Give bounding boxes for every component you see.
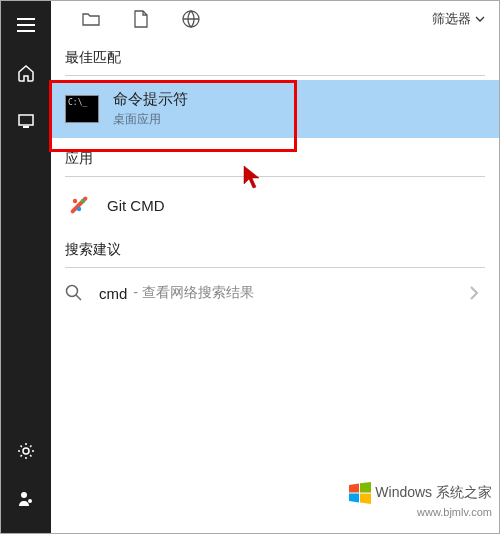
user-button[interactable] xyxy=(1,475,51,523)
search-icon xyxy=(65,284,85,302)
svg-point-10 xyxy=(67,286,78,297)
svg-rect-0 xyxy=(19,115,33,125)
settings-button[interactable] xyxy=(1,427,51,475)
sidebar xyxy=(1,1,51,533)
divider xyxy=(65,75,485,76)
folder-icon[interactable] xyxy=(81,9,101,29)
document-icon[interactable] xyxy=(131,9,151,29)
svg-point-7 xyxy=(73,199,77,203)
watermark: Windows 系统之家 www.bjmlv.com xyxy=(349,482,492,518)
svg-point-3 xyxy=(21,492,27,498)
annotation-cursor xyxy=(242,164,262,190)
result-git-cmd[interactable]: Git CMD xyxy=(51,181,499,229)
svg-point-2 xyxy=(23,448,29,454)
home-button[interactable] xyxy=(1,49,51,97)
cmd-prompt-icon xyxy=(65,95,99,123)
screen-button[interactable] xyxy=(1,97,51,145)
filter-label: 筛选器 xyxy=(432,10,471,28)
top-icon-row: 筛选器 xyxy=(51,1,499,37)
filter-dropdown[interactable]: 筛选器 xyxy=(432,10,485,28)
svg-rect-6 xyxy=(70,196,88,214)
chevron-down-icon xyxy=(475,16,485,22)
suggestion-query: cmd xyxy=(99,285,127,302)
git-icon xyxy=(65,191,93,219)
section-apps: 应用 xyxy=(51,138,499,176)
svg-point-9 xyxy=(77,207,81,211)
globe-icon[interactable] xyxy=(181,9,201,29)
section-suggestions: 搜索建议 xyxy=(51,229,499,267)
menu-button[interactable] xyxy=(1,1,51,49)
svg-point-4 xyxy=(28,499,32,503)
start-menu-search: 筛选器 最佳匹配 命令提示符 桌面应用 应用 xyxy=(0,0,500,534)
section-best-match: 最佳匹配 xyxy=(51,37,499,75)
web-search-suggestion[interactable]: cmd - 查看网络搜索结果 xyxy=(51,272,499,314)
result-title: 命令提示符 xyxy=(113,90,188,109)
result-command-prompt[interactable]: 命令提示符 桌面应用 xyxy=(51,80,499,138)
divider xyxy=(65,176,485,177)
watermark-brand: Windows 系统之家 xyxy=(375,484,492,502)
windows-logo-icon xyxy=(349,482,371,504)
result-title: Git CMD xyxy=(107,197,165,214)
suggestion-hint: - 查看网络搜索结果 xyxy=(133,284,254,302)
result-subtitle: 桌面应用 xyxy=(113,111,188,128)
svg-point-8 xyxy=(81,199,85,203)
divider xyxy=(65,267,485,268)
search-results-panel: 筛选器 最佳匹配 命令提示符 桌面应用 应用 xyxy=(51,1,499,533)
watermark-url: www.bjmlv.com xyxy=(349,506,492,518)
svg-rect-1 xyxy=(23,126,29,128)
chevron-right-icon xyxy=(469,285,479,301)
